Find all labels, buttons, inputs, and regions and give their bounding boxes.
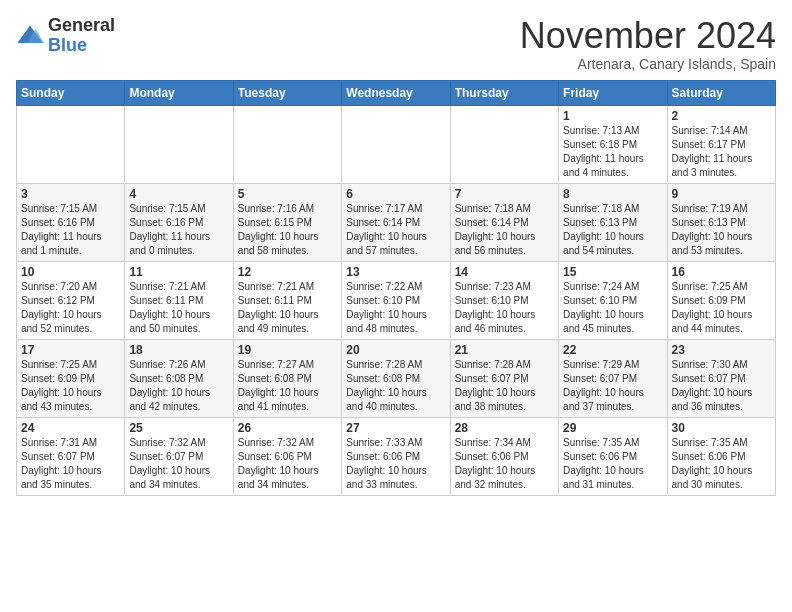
day-number: 16 — [672, 265, 771, 279]
day-number: 30 — [672, 421, 771, 435]
day-number: 19 — [238, 343, 337, 357]
week-row-2: 3Sunrise: 7:15 AMSunset: 6:16 PMDaylight… — [17, 183, 776, 261]
day-info: Sunrise: 7:23 AMSunset: 6:10 PMDaylight:… — [455, 280, 554, 336]
day-number: 13 — [346, 265, 445, 279]
day-number: 23 — [672, 343, 771, 357]
day-info: Sunrise: 7:14 AMSunset: 6:17 PMDaylight:… — [672, 124, 771, 180]
weekday-header-thursday: Thursday — [450, 80, 558, 105]
calendar-cell: 17Sunrise: 7:25 AMSunset: 6:09 PMDayligh… — [17, 339, 125, 417]
day-info: Sunrise: 7:20 AMSunset: 6:12 PMDaylight:… — [21, 280, 120, 336]
day-info: Sunrise: 7:35 AMSunset: 6:06 PMDaylight:… — [672, 436, 771, 492]
weekday-header-saturday: Saturday — [667, 80, 775, 105]
day-number: 17 — [21, 343, 120, 357]
title-area: November 2024 Artenara, Canary Islands, … — [520, 16, 776, 72]
calendar-cell — [125, 105, 233, 183]
day-info: Sunrise: 7:33 AMSunset: 6:06 PMDaylight:… — [346, 436, 445, 492]
day-number: 14 — [455, 265, 554, 279]
calendar-cell: 5Sunrise: 7:16 AMSunset: 6:15 PMDaylight… — [233, 183, 341, 261]
day-info: Sunrise: 7:27 AMSunset: 6:08 PMDaylight:… — [238, 358, 337, 414]
day-info: Sunrise: 7:13 AMSunset: 6:18 PMDaylight:… — [563, 124, 662, 180]
week-row-1: 1Sunrise: 7:13 AMSunset: 6:18 PMDaylight… — [17, 105, 776, 183]
day-number: 26 — [238, 421, 337, 435]
calendar-cell: 11Sunrise: 7:21 AMSunset: 6:11 PMDayligh… — [125, 261, 233, 339]
day-info: Sunrise: 7:32 AMSunset: 6:07 PMDaylight:… — [129, 436, 228, 492]
logo-general: General — [48, 16, 115, 36]
calendar-cell: 29Sunrise: 7:35 AMSunset: 6:06 PMDayligh… — [559, 417, 667, 495]
day-info: Sunrise: 7:15 AMSunset: 6:16 PMDaylight:… — [21, 202, 120, 258]
month-title: November 2024 — [520, 16, 776, 56]
day-number: 8 — [563, 187, 662, 201]
day-number: 7 — [455, 187, 554, 201]
week-row-5: 24Sunrise: 7:31 AMSunset: 6:07 PMDayligh… — [17, 417, 776, 495]
day-number: 3 — [21, 187, 120, 201]
day-info: Sunrise: 7:19 AMSunset: 6:13 PMDaylight:… — [672, 202, 771, 258]
day-info: Sunrise: 7:24 AMSunset: 6:10 PMDaylight:… — [563, 280, 662, 336]
day-info: Sunrise: 7:16 AMSunset: 6:15 PMDaylight:… — [238, 202, 337, 258]
day-number: 25 — [129, 421, 228, 435]
day-info: Sunrise: 7:21 AMSunset: 6:11 PMDaylight:… — [238, 280, 337, 336]
calendar-cell: 7Sunrise: 7:18 AMSunset: 6:14 PMDaylight… — [450, 183, 558, 261]
day-number: 11 — [129, 265, 228, 279]
week-row-4: 17Sunrise: 7:25 AMSunset: 6:09 PMDayligh… — [17, 339, 776, 417]
day-number: 28 — [455, 421, 554, 435]
day-number: 24 — [21, 421, 120, 435]
calendar-cell: 19Sunrise: 7:27 AMSunset: 6:08 PMDayligh… — [233, 339, 341, 417]
day-number: 6 — [346, 187, 445, 201]
day-info: Sunrise: 7:18 AMSunset: 6:14 PMDaylight:… — [455, 202, 554, 258]
logo: General Blue — [16, 16, 115, 56]
day-info: Sunrise: 7:26 AMSunset: 6:08 PMDaylight:… — [129, 358, 228, 414]
calendar-cell: 3Sunrise: 7:15 AMSunset: 6:16 PMDaylight… — [17, 183, 125, 261]
day-number: 5 — [238, 187, 337, 201]
page-header: General Blue November 2024 Artenara, Can… — [16, 16, 776, 72]
calendar-cell: 18Sunrise: 7:26 AMSunset: 6:08 PMDayligh… — [125, 339, 233, 417]
calendar-cell: 20Sunrise: 7:28 AMSunset: 6:08 PMDayligh… — [342, 339, 450, 417]
calendar-cell: 21Sunrise: 7:28 AMSunset: 6:07 PMDayligh… — [450, 339, 558, 417]
calendar-table: SundayMondayTuesdayWednesdayThursdayFrid… — [16, 80, 776, 496]
calendar-cell: 4Sunrise: 7:15 AMSunset: 6:16 PMDaylight… — [125, 183, 233, 261]
week-row-3: 10Sunrise: 7:20 AMSunset: 6:12 PMDayligh… — [17, 261, 776, 339]
day-number: 27 — [346, 421, 445, 435]
logo-icon — [16, 22, 44, 50]
calendar-cell: 30Sunrise: 7:35 AMSunset: 6:06 PMDayligh… — [667, 417, 775, 495]
day-number: 29 — [563, 421, 662, 435]
day-info: Sunrise: 7:25 AMSunset: 6:09 PMDaylight:… — [672, 280, 771, 336]
day-number: 12 — [238, 265, 337, 279]
calendar-cell: 25Sunrise: 7:32 AMSunset: 6:07 PMDayligh… — [125, 417, 233, 495]
day-info: Sunrise: 7:34 AMSunset: 6:06 PMDaylight:… — [455, 436, 554, 492]
day-number: 1 — [563, 109, 662, 123]
day-info: Sunrise: 7:28 AMSunset: 6:07 PMDaylight:… — [455, 358, 554, 414]
day-info: Sunrise: 7:28 AMSunset: 6:08 PMDaylight:… — [346, 358, 445, 414]
day-number: 21 — [455, 343, 554, 357]
calendar-cell: 13Sunrise: 7:22 AMSunset: 6:10 PMDayligh… — [342, 261, 450, 339]
calendar-cell — [233, 105, 341, 183]
day-number: 2 — [672, 109, 771, 123]
calendar-cell — [450, 105, 558, 183]
day-number: 10 — [21, 265, 120, 279]
calendar-cell: 16Sunrise: 7:25 AMSunset: 6:09 PMDayligh… — [667, 261, 775, 339]
day-info: Sunrise: 7:29 AMSunset: 6:07 PMDaylight:… — [563, 358, 662, 414]
day-info: Sunrise: 7:17 AMSunset: 6:14 PMDaylight:… — [346, 202, 445, 258]
day-info: Sunrise: 7:18 AMSunset: 6:13 PMDaylight:… — [563, 202, 662, 258]
day-number: 9 — [672, 187, 771, 201]
calendar-cell: 27Sunrise: 7:33 AMSunset: 6:06 PMDayligh… — [342, 417, 450, 495]
calendar-cell: 28Sunrise: 7:34 AMSunset: 6:06 PMDayligh… — [450, 417, 558, 495]
day-info: Sunrise: 7:21 AMSunset: 6:11 PMDaylight:… — [129, 280, 228, 336]
calendar-cell: 9Sunrise: 7:19 AMSunset: 6:13 PMDaylight… — [667, 183, 775, 261]
calendar-cell: 6Sunrise: 7:17 AMSunset: 6:14 PMDaylight… — [342, 183, 450, 261]
calendar-cell: 26Sunrise: 7:32 AMSunset: 6:06 PMDayligh… — [233, 417, 341, 495]
day-number: 15 — [563, 265, 662, 279]
calendar-cell: 8Sunrise: 7:18 AMSunset: 6:13 PMDaylight… — [559, 183, 667, 261]
day-number: 20 — [346, 343, 445, 357]
calendar-cell: 24Sunrise: 7:31 AMSunset: 6:07 PMDayligh… — [17, 417, 125, 495]
logo-blue: Blue — [48, 36, 115, 56]
day-number: 18 — [129, 343, 228, 357]
calendar-cell: 2Sunrise: 7:14 AMSunset: 6:17 PMDaylight… — [667, 105, 775, 183]
day-info: Sunrise: 7:25 AMSunset: 6:09 PMDaylight:… — [21, 358, 120, 414]
weekday-header-wednesday: Wednesday — [342, 80, 450, 105]
calendar-cell — [342, 105, 450, 183]
day-number: 4 — [129, 187, 228, 201]
location-subtitle: Artenara, Canary Islands, Spain — [520, 56, 776, 72]
calendar-cell: 12Sunrise: 7:21 AMSunset: 6:11 PMDayligh… — [233, 261, 341, 339]
weekday-header-sunday: Sunday — [17, 80, 125, 105]
weekday-header-friday: Friday — [559, 80, 667, 105]
